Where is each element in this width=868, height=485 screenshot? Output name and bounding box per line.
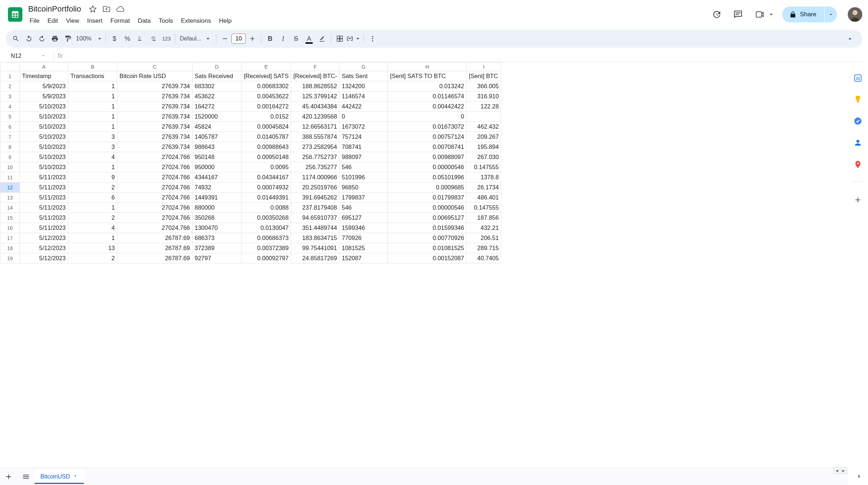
data-cell[interactable]: 695127 — [339, 213, 388, 223]
data-cell[interactable]: 4 — [68, 223, 117, 233]
col-header[interactable]: I — [466, 63, 501, 71]
text-color-button[interactable]: A — [303, 32, 316, 45]
data-cell[interactable]: 209.267 — [466, 132, 501, 142]
data-cell[interactable]: 26787.69 — [117, 243, 192, 253]
doc-title[interactable]: BitcoinPortfolio — [26, 4, 83, 14]
data-cell[interactable]: 0.01599346 — [388, 223, 466, 233]
data-cell[interactable] — [466, 112, 501, 122]
data-cell[interactable]: 0.00686373 — [242, 233, 291, 243]
row-header[interactable]: 3 — [0, 91, 20, 102]
data-cell[interactable]: 12.66563171 — [291, 122, 339, 132]
dec-decimal-icon[interactable]: .0 — [134, 32, 147, 45]
row-header[interactable]: 12 — [0, 183, 20, 193]
data-cell[interactable]: 2 — [68, 183, 117, 193]
more-toolbar-icon[interactable] — [366, 32, 379, 45]
font-size-input[interactable] — [231, 34, 246, 44]
data-cell[interactable]: 546 — [339, 162, 388, 172]
data-cell[interactable]: 388.5557874 — [291, 132, 339, 142]
maps-icon[interactable] — [853, 160, 863, 169]
data-cell[interactable]: 350268 — [192, 213, 242, 223]
sheet-tab-active[interactable]: BitcoinUSD — [35, 469, 84, 484]
data-cell[interactable]: 1378.8 — [466, 172, 501, 183]
data-cell[interactable]: 27024.766 — [117, 223, 192, 233]
data-cell[interactable]: 1449391 — [192, 193, 242, 203]
data-cell[interactable]: 27639.734 — [117, 102, 192, 112]
data-cell[interactable]: 237.8179408 — [291, 203, 339, 213]
row-header[interactable]: 4 — [0, 102, 20, 112]
data-cell[interactable]: 0.147555 — [466, 203, 501, 213]
data-cell[interactable]: 188.8628552 — [291, 81, 339, 91]
percent-icon[interactable]: % — [121, 32, 134, 45]
data-cell[interactable]: 988097 — [339, 152, 388, 162]
font-select[interactable]: Defaul... — [178, 32, 214, 45]
header-cell[interactable]: Sats Received — [192, 71, 242, 81]
hscroll-nav[interactable]: ◄► — [833, 467, 847, 474]
data-cell[interactable]: 27024.766 — [117, 183, 192, 193]
col-header[interactable]: G — [339, 63, 388, 71]
data-cell[interactable]: 770926 — [339, 233, 388, 243]
data-cell[interactable]: 1 — [68, 81, 117, 91]
print-icon[interactable] — [48, 32, 61, 45]
data-cell[interactable]: 3 — [68, 132, 117, 142]
data-cell[interactable]: 27024.766 — [117, 193, 192, 203]
data-cell[interactable]: 96850 — [339, 183, 388, 193]
data-cell[interactable]: 683302 — [192, 81, 242, 91]
menu-extensions[interactable]: Extensions — [177, 16, 214, 26]
italic-button[interactable]: I — [277, 32, 290, 45]
data-cell[interactable]: 5/11/2023 — [20, 183, 68, 193]
menu-tools[interactable]: Tools — [155, 16, 177, 26]
col-header[interactable]: H — [388, 63, 466, 71]
data-cell[interactable]: 708741 — [339, 142, 388, 152]
header-cell[interactable]: Bitcoin Rate USD — [117, 71, 192, 81]
data-cell[interactable]: 0.0130047 — [242, 223, 291, 233]
data-cell[interactable]: 432.21 — [466, 223, 501, 233]
get-addons-icon[interactable]: + — [855, 194, 861, 206]
data-cell[interactable]: 0.01673072 — [388, 122, 466, 132]
undo-icon[interactable] — [22, 32, 35, 45]
col-header[interactable]: E — [242, 63, 291, 71]
data-cell[interactable]: 5/12/2023 — [20, 233, 68, 243]
row-header[interactable]: 19 — [0, 253, 20, 263]
data-cell[interactable]: 2 — [68, 213, 117, 223]
merge-button[interactable] — [346, 32, 361, 45]
data-cell[interactable]: 1673072 — [339, 122, 388, 132]
data-cell[interactable]: 27024.766 — [117, 213, 192, 223]
grid-scroll[interactable]: ABCDEFGHI 1TimestampTransactionsBitcoin … — [0, 62, 848, 468]
star-icon[interactable] — [88, 5, 97, 13]
data-cell[interactable]: 5/11/2023 — [20, 172, 68, 183]
menu-view[interactable]: View — [62, 16, 83, 26]
data-cell[interactable]: 152087 — [339, 253, 388, 263]
name-box[interactable]: N12 — [6, 50, 49, 62]
data-cell[interactable]: 27639.734 — [117, 132, 192, 142]
data-cell[interactable]: 27024.766 — [117, 152, 192, 162]
data-cell[interactable]: 125.3799142 — [291, 91, 339, 102]
data-cell[interactable]: 462.432 — [466, 122, 501, 132]
data-cell[interactable]: 164272 — [192, 102, 242, 112]
data-cell[interactable]: 316.910 — [466, 91, 501, 102]
data-cell[interactable]: 289.715 — [466, 243, 501, 253]
add-sheet-button[interactable] — [0, 468, 17, 485]
data-cell[interactable]: 0.00164272 — [242, 102, 291, 112]
header-cell[interactable]: Transactions — [68, 71, 117, 81]
collapse-toolbar-icon[interactable] — [843, 32, 856, 45]
data-cell[interactable]: 27024.766 — [117, 172, 192, 183]
data-cell[interactable]: 195.894 — [466, 142, 501, 152]
app-logo[interactable] — [6, 3, 25, 26]
header-cell[interactable]: Timestamp — [20, 71, 68, 81]
data-cell[interactable]: 0.01081525 — [388, 243, 466, 253]
data-cell[interactable]: 267.030 — [466, 152, 501, 162]
share-dropdown[interactable] — [825, 7, 837, 22]
data-cell[interactable]: 5/10/2023 — [20, 162, 68, 172]
meet-dropdown-icon[interactable] — [768, 7, 775, 22]
formula-input[interactable] — [66, 50, 862, 62]
header-cell[interactable]: [Received] BTC- — [291, 71, 339, 81]
data-cell[interactable]: 5/12/2023 — [20, 253, 68, 263]
data-cell[interactable]: 0 — [388, 112, 466, 122]
data-cell[interactable]: 5/9/2023 — [20, 91, 68, 102]
data-cell[interactable]: 1 — [68, 162, 117, 172]
row-header[interactable]: 11 — [0, 172, 20, 183]
data-cell[interactable]: 3 — [68, 142, 117, 152]
col-header[interactable]: B — [68, 63, 117, 71]
data-cell[interactable]: 0.01405787 — [242, 132, 291, 142]
data-cell[interactable]: 5/10/2023 — [20, 142, 68, 152]
